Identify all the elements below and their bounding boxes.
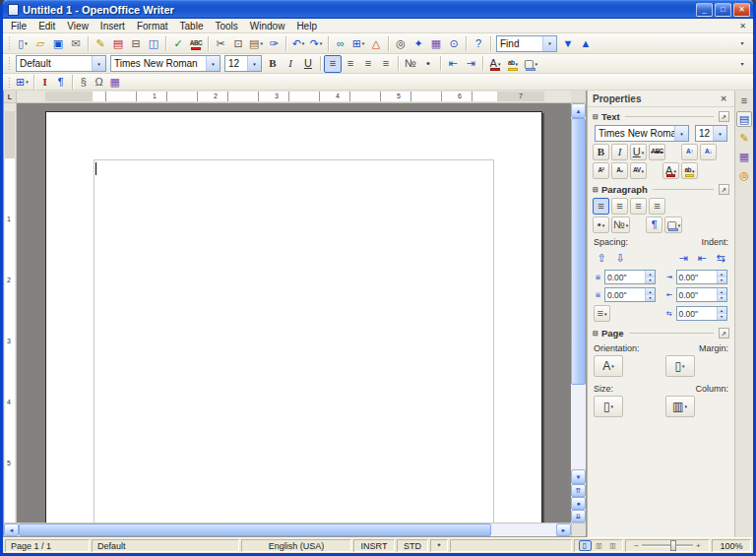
zoom-in-icon[interactable]: + <box>696 541 701 550</box>
zoom-level-status[interactable]: 100% <box>712 539 751 552</box>
cut-button[interactable]: ✂ <box>212 34 229 52</box>
maximize-button[interactable]: □ <box>715 3 731 17</box>
undo-button[interactable]: ↶▾ <box>289 34 307 52</box>
sidebar-font-color-button[interactable]: A▾ <box>662 162 679 179</box>
align-justify-button[interactable]: ≡ <box>377 55 395 73</box>
spacing-below-spinner[interactable]: ▴▾ <box>645 288 655 301</box>
font-color-button[interactable]: A▾ <box>486 55 504 73</box>
horizontal-scroll-track[interactable] <box>19 524 556 536</box>
page-preview-button[interactable]: ◫ <box>145 34 162 52</box>
dropdown-arrow-icon[interactable]: ▾ <box>713 126 726 141</box>
vertical-scrollbar[interactable]: ▲ ▼ ⇈ ● ⇊ <box>571 103 586 523</box>
tab-navigator-button[interactable]: ◎ <box>736 167 752 183</box>
media-gallery-button[interactable]: ▦ <box>107 75 123 89</box>
sidebar-align-right-button[interactable]: ≡ <box>630 198 647 215</box>
redo-button[interactable]: ↷▾ <box>307 34 325 52</box>
font-size-combobox[interactable]: 12 ▾ <box>224 55 262 72</box>
page-column-button[interactable]: ▥▾ <box>665 396 695 417</box>
page-size-button[interactable]: ▯▾ <box>594 396 623 417</box>
menu-format[interactable]: Format <box>131 20 174 32</box>
sidebar-settings-button[interactable]: ≡ <box>736 93 752 108</box>
sidebar-decrease-indent-button[interactable]: ⇤ <box>693 249 711 267</box>
edit-file-button[interactable]: ✎ <box>92 34 109 52</box>
increase-indent-button[interactable]: ⇥ <box>462 55 479 73</box>
dropdown-arrow-icon[interactable]: ▾ <box>206 56 220 71</box>
book-view-button[interactable]: ▯▯ <box>606 540 619 551</box>
minimize-button[interactable]: _ <box>696 3 713 17</box>
find-previous-button[interactable]: ▲ <box>577 34 595 52</box>
vertical-scroll-track[interactable] <box>571 118 586 469</box>
decrease-font-size-button[interactable]: A↓ <box>700 144 717 160</box>
numbering-button[interactable]: № <box>402 55 419 73</box>
toolbar-overflow-button[interactable]: ▾ <box>733 34 751 52</box>
bullets-button[interactable]: • <box>419 55 437 73</box>
dropdown-arrow-icon[interactable]: ▾ <box>542 36 556 51</box>
ordered-list-button[interactable]: №▾ <box>611 216 630 233</box>
tab-styles-button[interactable]: ✎ <box>736 130 752 146</box>
menu-help[interactable]: Help <box>290 20 323 32</box>
line-spacing-button[interactable]: ≡▾ <box>594 305 610 322</box>
zoom-slider[interactable]: − + <box>625 539 710 552</box>
document-as-email-button[interactable]: ✉ <box>67 34 85 52</box>
save-button[interactable]: ▣ <box>49 34 67 52</box>
close-button[interactable]: ✕ <box>733 3 750 17</box>
page-number-status[interactable]: Page 1 / 1 <box>5 539 90 552</box>
hyperlink-button[interactable]: ∞ <box>332 34 349 52</box>
page-section-header[interactable]: ⊟ Page ↗ <box>588 324 734 340</box>
sidebar-close-button[interactable]: ✕ <box>718 94 729 103</box>
insert-field-button[interactable]: § <box>76 75 92 89</box>
text-more-options-button[interactable]: ↗ <box>719 111 729 122</box>
find-input[interactable]: Find ▾ <box>496 35 557 52</box>
subscript-button[interactable]: A₂ <box>611 162 628 179</box>
formatting-marks-button[interactable]: ¶ <box>53 75 69 89</box>
sidebar-align-center-button[interactable]: ≡ <box>611 198 628 215</box>
menu-window[interactable]: Window <box>244 20 291 32</box>
menu-insert[interactable]: Insert <box>94 20 131 32</box>
insert-special-character-button[interactable]: Ω <box>92 75 107 89</box>
previous-page-button[interactable]: ⇈ <box>571 484 586 497</box>
next-page-button[interactable]: ⇊ <box>571 510 586 523</box>
sidebar-align-left-button[interactable]: ≡ <box>593 198 609 215</box>
collapse-icon[interactable]: ⊟ <box>593 113 598 121</box>
dropdown-arrow-icon[interactable]: ▾ <box>92 56 105 71</box>
menu-edit[interactable]: Edit <box>32 20 61 32</box>
insert-table-small-button[interactable]: ⊞▾ <box>14 75 31 89</box>
unordered-list-button[interactable]: •▾ <box>593 216 609 233</box>
decrease-indent-button[interactable]: ⇤ <box>444 55 462 73</box>
increase-paragraph-spacing-button[interactable]: ⇧ <box>593 249 610 267</box>
highlighting-button[interactable]: ab▾ <box>504 55 522 73</box>
indent-before-text-spinner[interactable]: ▴▾ <box>717 271 726 283</box>
selection-mode-status[interactable]: STD <box>397 539 428 552</box>
sidebar-paragraph-background-button[interactable]: ▢▾ <box>664 216 682 233</box>
document-canvas[interactable] <box>17 103 571 523</box>
indent-after-text-spinner[interactable]: ▴▾ <box>717 288 726 301</box>
sidebar-font-name-combobox[interactable]: Times New Roman ▾ <box>595 125 689 142</box>
bold-button[interactable]: B <box>264 55 282 73</box>
indent-after-text-input[interactable]: 0.00"▴▾ <box>676 287 727 302</box>
collapse-icon[interactable]: ⊟ <box>593 330 598 338</box>
export-pdf-button[interactable]: ▤ <box>109 34 127 52</box>
paragraph-style-combobox[interactable]: Default ▾ <box>16 55 106 72</box>
close-document-button[interactable]: ✕ <box>734 22 751 31</box>
menu-table[interactable]: Table <box>174 20 210 32</box>
help-button[interactable]: ? <box>470 34 487 52</box>
vertical-scroll-thumb[interactable] <box>571 118 586 385</box>
sidebar-bold-button[interactable]: B <box>593 144 609 160</box>
increase-font-size-button[interactable]: A↑ <box>681 144 698 160</box>
zoom-out-icon[interactable]: − <box>634 541 639 550</box>
zoom-button[interactable]: ⊙ <box>445 34 463 52</box>
first-line-indent-input[interactable]: 0.00"▴▾ <box>676 306 727 321</box>
italic-button[interactable]: I <box>282 55 299 73</box>
page-margin-button[interactable]: ▯▾ <box>665 355 695 377</box>
page-orientation-button[interactable]: A▾ <box>594 355 623 377</box>
vertical-ruler[interactable]: 12345 <box>4 103 17 523</box>
insert-mode-status[interactable]: INSRT <box>353 539 395 552</box>
zoom-track[interactable] <box>642 544 693 547</box>
paragraph-background-button[interactable]: ▢▾ <box>522 55 539 73</box>
collapse-icon[interactable]: ⊟ <box>593 186 598 194</box>
gallery-button[interactable]: ▦ <box>427 34 445 52</box>
align-center-button[interactable]: ≡ <box>342 55 359 73</box>
language-status[interactable]: English (USA) <box>241 539 351 552</box>
zoom-thumb[interactable] <box>670 540 676 551</box>
paragraph-mark-button[interactable]: ¶ <box>646 216 662 233</box>
